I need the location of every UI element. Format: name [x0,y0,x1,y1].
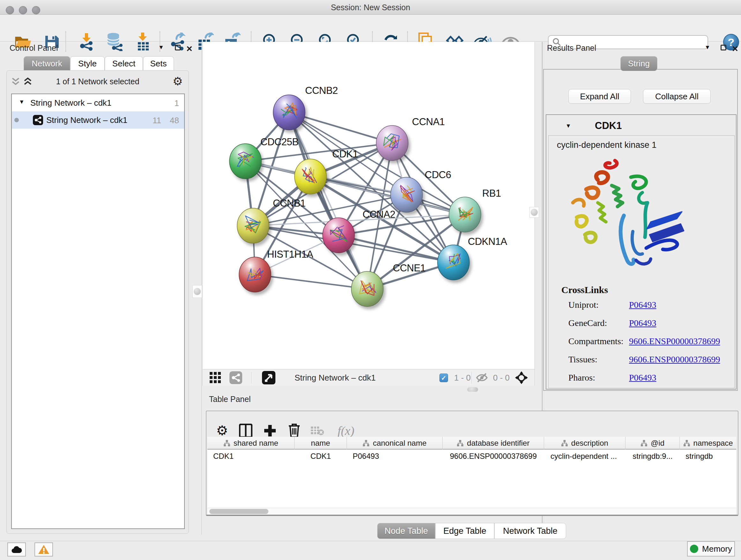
column-header-name[interactable]: name [294,437,347,449]
memory-status-dot [690,545,698,553]
column-type-icon [362,440,369,447]
network-graph[interactable]: CCNB2CCNA1CDC25BCDK1CDC6RB1CCNB1CCNA2CDK… [203,42,535,368]
cell-id: stringdb:9... [625,450,680,463]
crosslinks-list: Uniprot:P06493 GeneCard:P06493 Compartme… [568,300,623,391]
tab-style[interactable]: Style [70,56,105,71]
string-network-icon [33,115,43,125]
float-panel-icon[interactable] [721,45,726,52]
birdseye-toggle-icon[interactable] [262,371,275,384]
tab-network-table[interactable]: Network Table [494,523,566,539]
network-status-dot [14,118,19,122]
column-header-database-identifier[interactable]: database identifier [443,437,544,449]
hidden-eye-icon[interactable] [476,371,488,384]
cell-database-identifier: 9606.ENSP00000378699 [443,450,544,463]
network-tab-panel: 1 of 1 Network selected ⚙ ▼ String Netwo… [6,70,189,534]
column-type-icon [641,440,648,447]
column-header-namespace[interactable]: namespace [680,437,736,449]
svg-text:CCNA1: CCNA1 [412,116,445,127]
panel-menu-icon[interactable]: ▼ [704,44,711,51]
table-header-row: shared name name canonical name database… [207,437,736,449]
tab-node-table[interactable]: Node Table [377,523,435,539]
grid-view-icon[interactable] [210,371,222,384]
crosslink-label: GeneCard: [568,318,607,328]
section-collapse-icon[interactable]: ▼ [565,123,571,129]
scrollbar-thumb[interactable] [209,509,268,514]
right-splitter-handle[interactable] [529,207,539,218]
tab-edge-table[interactable]: Edge Table [435,523,494,539]
pan-crosshair-icon[interactable] [515,371,528,384]
network-row-selected[interactable]: String Network – cdk1 11 48 [12,111,184,129]
column-type-icon [457,440,464,447]
panel-menu-icon[interactable]: ▼ [158,44,164,51]
crosslink-label: Pharos: [568,373,595,382]
expand-all-button[interactable]: Expand All [568,89,631,104]
column-type-icon [223,440,230,447]
cloud-icon [11,545,22,554]
svg-text:HIST1H1A: HIST1H1A [267,249,313,260]
cell-canonical-name: P06493 [347,450,442,463]
crosslink-genecard-link[interactable]: P06493 [629,318,657,328]
hidden-counter: 0 - 0 [490,371,510,384]
gene-name: CDK1 [595,120,622,132]
svg-text:CDC6: CDC6 [425,169,451,180]
crosslink-label: Tissues: [568,354,597,364]
crosslink-pharos-link[interactable]: P06493 [629,373,657,383]
table-row[interactable]: CDK1 CDK1 P06493 9606.ENSP00000378699 cy… [207,450,736,463]
column-type-icon [561,440,568,447]
table-horizontal-scrollbar[interactable] [207,508,736,515]
gene-details: cyclin-dependent kinase 1 [548,135,735,388]
svg-text:CCNE1: CCNE1 [393,262,426,273]
tab-network[interactable]: Network [23,56,70,71]
cell-description: cyclin-dependent ... [544,450,625,463]
results-panel-title: Results Panel [547,44,596,53]
crosslink-compartments-link[interactable]: 9606.ENSP00000378699 [629,336,720,347]
network-list: ▼ String Network – cdk1 1 String Network… [11,94,185,529]
toolbar-separator [471,372,472,383]
collapse-all-button[interactable]: Collapse All [643,89,711,104]
title-bar: Session: New Session [0,0,741,15]
network-node-count: 11 [152,116,161,125]
memory-label: Memory [702,544,732,554]
cell-name: CDK1 [294,450,347,463]
memory-button[interactable]: Memory [687,541,735,557]
collection-expand-icon[interactable]: ▼ [19,99,24,105]
cell-namespace: stringdb [680,450,736,463]
string-app-badge-icon[interactable] [229,371,242,384]
tab-string[interactable]: String [620,56,657,71]
svg-text:CDC25B: CDC25B [260,136,298,147]
table-panel-title: Table Panel [209,395,251,404]
network-selection-status: 1 of 1 Network selected [7,77,189,86]
float-panel-icon[interactable] [175,45,181,52]
network-collection-row[interactable]: ▼ String Network – cdk1 1 [12,94,184,111]
left-splitter-handle[interactable] [192,285,202,298]
column-header-description[interactable]: description [544,437,625,449]
tab-select[interactable]: Select [105,56,143,71]
network-options-gear-icon[interactable]: ⚙ [173,76,183,87]
network-canvas[interactable]: CCNB2CCNA1CDC25BCDK1CDC6RB1CCNB1CCNA2CDK… [202,42,535,369]
protein-structure-image [567,155,691,276]
svg-text:CDK1: CDK1 [332,148,358,160]
crosslink-tissues-link[interactable]: 9606.ENSP00000378699 [629,354,720,365]
network-view-toolbar: String Network – cdk1 ✓ 1 - 0 0 - 0 [202,369,535,386]
cloud-status-button[interactable] [7,543,26,557]
gene-section: ▼ CDK1 cyclin-dependent kinase 1 [546,114,737,389]
svg-text:CCNB2: CCNB2 [305,85,338,96]
node-table: shared name name canonical name database… [207,437,736,508]
column-header-canonical-name[interactable]: canonical name [347,437,442,449]
string-results-box: Expand All Collapse All ▼ CDK1 cyclin-de… [543,69,738,391]
table-panel: ⚙ f(x) shared name name ca [206,411,738,516]
tab-sets[interactable]: Sets [143,56,174,71]
control-panel-title: Control Panel [10,44,58,53]
close-panel-icon[interactable]: × [186,45,192,52]
selected-counter: 1 - 0 [451,371,471,384]
warning-icon [38,544,50,555]
cytoscape-window: Session: New Session [0,0,741,560]
selected-checkbox-icon[interactable]: ✓ [440,371,448,384]
column-header-id[interactable]: @id [625,437,680,449]
main-toolbar: ? [0,15,741,42]
horizontal-splitter-handle[interactable] [467,387,478,392]
crosslink-uniprot-link[interactable]: P06493 [629,300,657,310]
column-header-shared-name[interactable]: shared name [207,437,294,449]
close-panel-icon[interactable]: × [732,45,738,52]
warning-status-button[interactable] [35,543,53,557]
